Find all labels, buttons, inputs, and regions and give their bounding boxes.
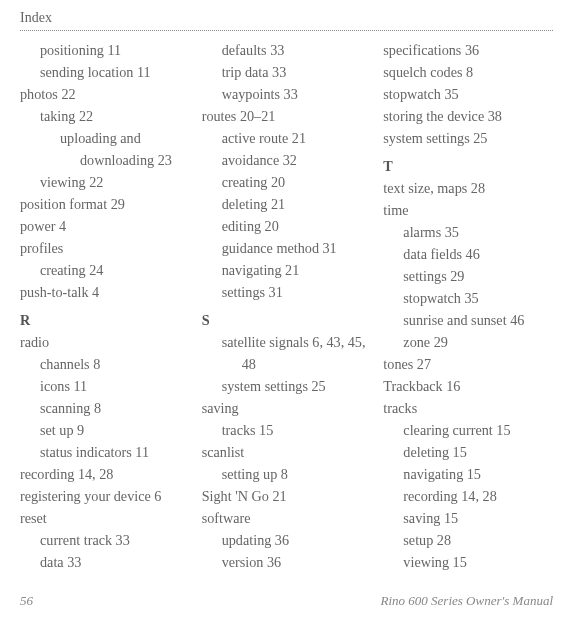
index-entry: updating 36 bbox=[222, 529, 372, 551]
index-entry: deleting 21 bbox=[222, 193, 372, 215]
index-entry: settings 29 bbox=[403, 265, 553, 287]
section-letter-s: S bbox=[202, 309, 372, 331]
index-entry: sunrise and sunset 46 bbox=[403, 309, 553, 331]
index-entry: Sight 'N Go 21 bbox=[202, 485, 372, 507]
page-number: 56 bbox=[20, 593, 33, 609]
index-entry: routes 20–21 bbox=[202, 105, 372, 127]
index-col-3: specifications 36 squelch codes 8 stopwa… bbox=[383, 39, 553, 587]
index-entry: trip data 33 bbox=[222, 61, 372, 83]
index-entry: channels 8 bbox=[40, 353, 190, 375]
index-entry: navigating 21 bbox=[222, 259, 372, 281]
index-entry: radio bbox=[20, 331, 190, 353]
index-entry: data 33 bbox=[40, 551, 190, 573]
index-entry: zone 29 bbox=[403, 331, 553, 353]
index-page: Index positioning 11 sending location 11… bbox=[0, 0, 573, 619]
index-entry: saving 15 bbox=[403, 507, 553, 529]
index-entry: system settings 25 bbox=[222, 375, 372, 397]
index-entry: Trackback 16 bbox=[383, 375, 553, 397]
index-entry: recording 14, 28 bbox=[403, 485, 553, 507]
index-entry: viewing 22 bbox=[40, 171, 190, 193]
index-columns: positioning 11 sending location 11 photo… bbox=[20, 39, 553, 587]
index-entry: waypoints 33 bbox=[222, 83, 372, 105]
index-entry: defaults 33 bbox=[222, 39, 372, 61]
index-col-1: positioning 11 sending location 11 photo… bbox=[20, 39, 190, 587]
index-entry: viewing 15 bbox=[403, 551, 553, 573]
header-divider bbox=[20, 26, 553, 31]
index-entry: positioning 11 bbox=[40, 39, 190, 61]
index-entry: settings 31 bbox=[222, 281, 372, 303]
index-entry: storing the device 38 bbox=[383, 105, 553, 127]
index-entry: set up 9 bbox=[40, 419, 190, 441]
index-entry: uploading and downloading 23 bbox=[60, 127, 190, 171]
section-letter-r: R bbox=[20, 309, 190, 331]
index-entry: sending location 11 bbox=[40, 61, 190, 83]
index-entry: icons 11 bbox=[40, 375, 190, 397]
index-entry: position format 29 bbox=[20, 193, 190, 215]
index-entry: setup 28 bbox=[403, 529, 553, 551]
index-entry: tones 27 bbox=[383, 353, 553, 375]
index-entry: software bbox=[202, 507, 372, 529]
index-entry: satellite signals 6, 43, 45, 48 bbox=[222, 331, 372, 375]
index-entry: guidance method 31 bbox=[222, 237, 372, 259]
index-col-2: defaults 33 trip data 33 waypoints 33 ro… bbox=[202, 39, 372, 587]
index-entry: push-to-talk 4 bbox=[20, 281, 190, 303]
page-footer: 56 Rino 600 Series Owner's Manual bbox=[20, 593, 553, 609]
index-entry: tracks 15 bbox=[222, 419, 372, 441]
index-entry: squelch codes 8 bbox=[383, 61, 553, 83]
index-entry: recording 14, 28 bbox=[20, 463, 190, 485]
index-entry: saving bbox=[202, 397, 372, 419]
index-entry: stopwatch 35 bbox=[383, 83, 553, 105]
index-entry: creating 24 bbox=[40, 259, 190, 281]
index-entry: specifications 36 bbox=[383, 39, 553, 61]
index-entry: clearing current 15 bbox=[403, 419, 553, 441]
index-entry: time bbox=[383, 199, 553, 221]
index-entry: current track 33 bbox=[40, 529, 190, 551]
index-entry: system settings 25 bbox=[383, 127, 553, 149]
index-entry: deleting 15 bbox=[403, 441, 553, 463]
index-entry: text size, maps 28 bbox=[383, 177, 553, 199]
index-entry: scanlist bbox=[202, 441, 372, 463]
index-entry: setting up 8 bbox=[222, 463, 372, 485]
index-entry: scanning 8 bbox=[40, 397, 190, 419]
page-title: Index bbox=[20, 10, 553, 26]
index-entry: status indicators 11 bbox=[40, 441, 190, 463]
index-entry: active route 21 bbox=[222, 127, 372, 149]
index-entry: reset bbox=[20, 507, 190, 529]
index-entry: tracks bbox=[383, 397, 553, 419]
index-entry: version 36 bbox=[222, 551, 372, 573]
index-entry: creating 20 bbox=[222, 171, 372, 193]
index-entry: navigating 15 bbox=[403, 463, 553, 485]
index-entry: power 4 bbox=[20, 215, 190, 237]
index-entry: taking 22 bbox=[40, 105, 190, 127]
manual-title: Rino 600 Series Owner's Manual bbox=[381, 593, 554, 609]
index-entry: editing 20 bbox=[222, 215, 372, 237]
index-entry: stopwatch 35 bbox=[403, 287, 553, 309]
section-letter-t: T bbox=[383, 155, 553, 177]
index-entry: photos 22 bbox=[20, 83, 190, 105]
index-entry: registering your device 6 bbox=[20, 485, 190, 507]
index-entry: alarms 35 bbox=[403, 221, 553, 243]
index-entry: avoidance 32 bbox=[222, 149, 372, 171]
index-entry: profiles bbox=[20, 237, 190, 259]
index-entry: data fields 46 bbox=[403, 243, 553, 265]
